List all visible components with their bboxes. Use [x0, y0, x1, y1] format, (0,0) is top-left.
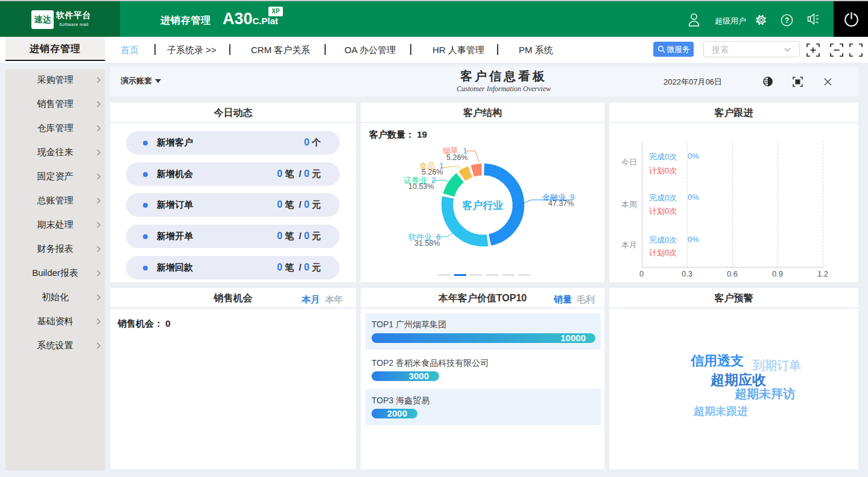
svg-text:?: ? — [785, 16, 789, 25]
svg-text:客户行业: 客户行业 — [462, 199, 504, 211]
